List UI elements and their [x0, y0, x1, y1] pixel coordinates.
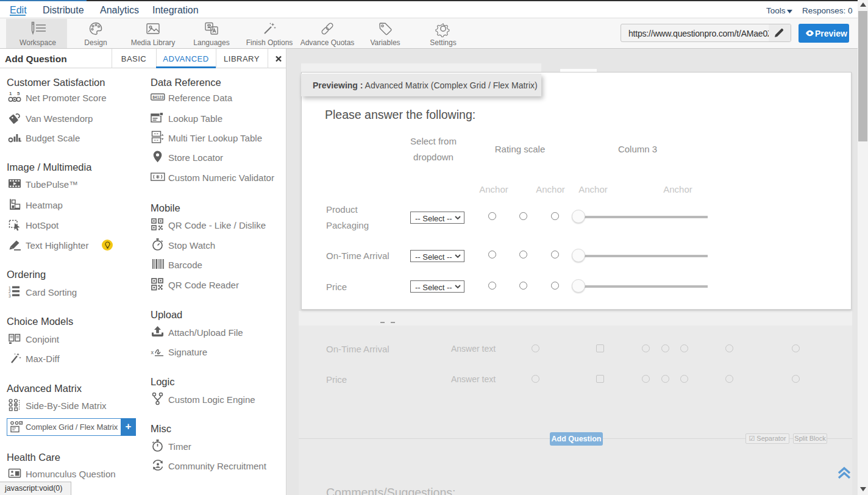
svg-text:5: 5 — [17, 91, 20, 96]
svg-text:1: 1 — [9, 91, 12, 96]
svg-text:x: x — [151, 349, 154, 355]
svg-text:3: 3 — [9, 294, 11, 298]
svg-text:84123: 84123 — [152, 95, 163, 99]
